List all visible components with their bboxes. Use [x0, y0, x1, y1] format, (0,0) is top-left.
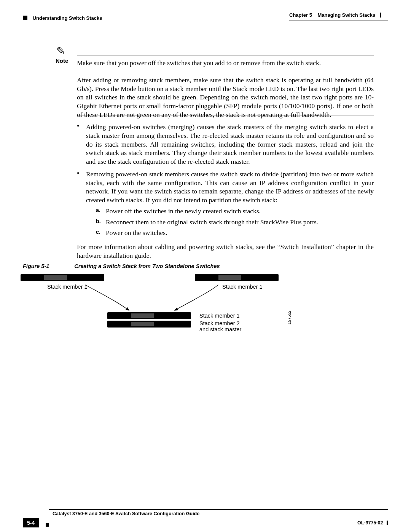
footer-rule [49, 509, 388, 510]
footer-guide-title: Catalyst 3750-E and 3560-E Switch Softwa… [53, 511, 199, 517]
bullet-icon: • [77, 170, 86, 237]
figure-diagram: Stack member 1 Stack member 1 Stack memb… [21, 274, 302, 343]
switch-icon [21, 274, 104, 281]
switch-icon [107, 312, 191, 319]
running-head-left: Understanding Switch Stacks [23, 15, 102, 22]
figure-number: Figure 5-1 [23, 263, 49, 269]
step-label: a. [96, 207, 106, 216]
square-bullet-icon [46, 523, 49, 527]
bullet-icon: • [77, 123, 86, 166]
switch-icon [195, 274, 279, 281]
step-text: Reconnect them to the original switch st… [106, 218, 374, 227]
chapter-number: Chapter 5 [289, 12, 312, 18]
running-head-right: Chapter 5 Managing Switch Stacks [289, 11, 388, 21]
footer-page: 5-4 [23, 518, 39, 527]
square-bullet-icon [23, 16, 27, 20]
note-rule-top [77, 56, 374, 56]
bullet-text: Removing powered-on stack members causes… [86, 170, 374, 237]
bullet-text: Adding powered-on switches (merging) cau… [86, 123, 374, 166]
figure-caption: Figure 5-1 Creating a Switch Stack from … [23, 263, 220, 270]
pencil-icon: ✎ [56, 44, 65, 58]
body-content: • Adding powered-on switches (merging) c… [77, 123, 374, 260]
closing-paragraph: For more information about cabling and p… [77, 243, 374, 260]
section-title: Understanding Switch Stacks [33, 15, 102, 21]
figure-label-right: Stack member 1 [222, 284, 263, 290]
divider-icon [387, 521, 388, 525]
note-rule-bottom [77, 115, 374, 115]
step-text: Power on the switches. [106, 228, 374, 237]
note-body: Make sure that you power off the switche… [77, 59, 374, 119]
figure-label-stack-bot-b: and stack master [199, 326, 242, 332]
bullet-text-body: Removing powered-on stack members causes… [86, 170, 374, 204]
step-text: Power off the switches in the newly crea… [106, 207, 374, 216]
ordered-sublist: a. Power off the switches in the newly c… [96, 207, 374, 237]
step-label: c. [96, 228, 106, 237]
bullet-item: • Removing powered-on stack members caus… [77, 170, 374, 237]
chapter-title: Managing Switch Stacks [317, 12, 375, 18]
divider-icon [380, 13, 381, 18]
note-label: Note [56, 57, 68, 65]
figure-label-stack-bot-a: Stack member 2 [199, 320, 240, 326]
note-paragraph: After adding or removing stack members, … [77, 76, 374, 119]
figure-label-left: Stack member 1 [47, 284, 88, 290]
note-line: Make sure that you power off the switche… [77, 59, 374, 67]
figure-title: Creating a Switch Stack from Two Standal… [74, 263, 220, 269]
arrow-icon [85, 285, 129, 310]
footer-doc-id: OL-9775-02 [357, 520, 388, 526]
figure-label-stack-top: Stack member 1 [199, 313, 240, 319]
page-number: 5-4 [23, 518, 39, 527]
step-label: b. [96, 218, 106, 227]
bullet-item: • Adding powered-on switches (merging) c… [77, 123, 374, 166]
doc-id-text: OL-9775-02 [357, 520, 383, 526]
switch-icon [107, 321, 191, 328]
arrow-icon [175, 285, 218, 310]
figure-code: 157552 [287, 310, 292, 324]
